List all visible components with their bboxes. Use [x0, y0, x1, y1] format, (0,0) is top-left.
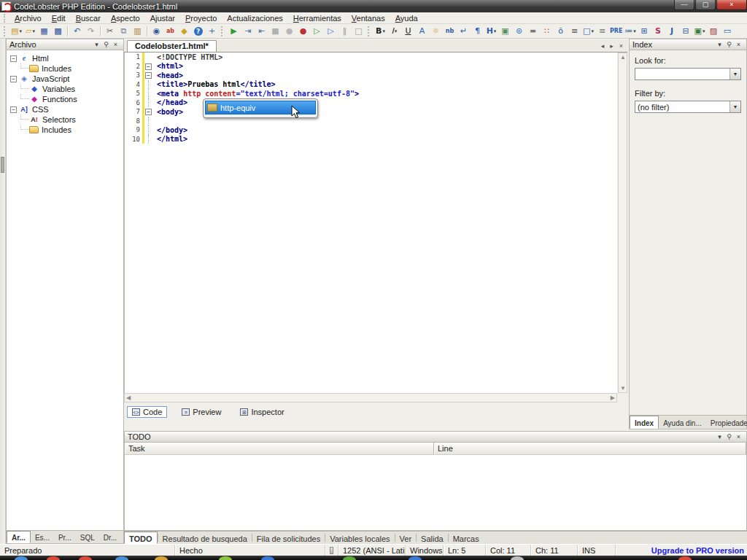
div-box-icon[interactable]: □▾ [582, 25, 595, 37]
taskbar-icon[interactable] [511, 556, 524, 560]
code-line[interactable]: 3−<head> [125, 71, 617, 80]
chevron-down-icon[interactable]: ▼ [729, 69, 740, 79]
column-header-task[interactable]: Task [125, 443, 434, 454]
taskbar-icon[interactable] [15, 556, 28, 560]
horizontal-scrollbar[interactable]: ◀ ▶ [124, 393, 617, 402]
insert-link-icon[interactable]: ⊚ [513, 25, 525, 37]
code-line[interactable]: 6</head> [125, 98, 617, 108]
align-lines-icon[interactable]: ≡ [568, 25, 581, 37]
menu-item-ajustar[interactable]: Ajustar [145, 13, 180, 23]
replace-icon[interactable]: ab [164, 25, 177, 37]
tab-scroll-left-icon[interactable]: ◂ [601, 42, 605, 50]
tree-item-html[interactable]: −eHtml [7, 53, 123, 63]
chevron-down-icon[interactable]: ▾ [591, 25, 594, 37]
step-into-icon[interactable]: ⇤ [255, 25, 268, 37]
chevron-down-icon[interactable]: ▾ [32, 25, 35, 37]
look-for-value[interactable] [635, 69, 729, 79]
paragraph-icon[interactable]: ¶ [471, 25, 484, 37]
pin-icon[interactable]: ⚲ [101, 41, 111, 48]
taskbar-icon[interactable] [219, 556, 232, 560]
tree-item-selectors[interactable]: A!Selectors [7, 114, 123, 125]
chevron-down-icon[interactable]: ▼ [729, 101, 740, 112]
copy-icon[interactable]: ⧉ [117, 25, 130, 37]
filter-value[interactable]: (no filter) [635, 101, 729, 112]
vertical-scrollbar[interactable]: ▲ ▼ [618, 52, 627, 393]
close-icon[interactable]: × [111, 41, 120, 48]
menu-item-ventanas[interactable]: Ventanas [347, 13, 390, 23]
undo-icon[interactable]: ↶ [71, 25, 83, 37]
italic-icon[interactable]: I▾ [388, 25, 400, 37]
bottom-tab-resultado-de-busqueda[interactable]: Resultado de busqueda [158, 532, 252, 544]
code-line[interactable]: 8 [125, 117, 617, 126]
column-header-line[interactable]: Line [434, 443, 746, 454]
open-file-icon[interactable]: ▱▾ [24, 25, 36, 37]
menu-item-edit[interactable]: Edit [47, 13, 71, 23]
align-top-icon[interactable]: ≡ [596, 25, 608, 37]
save-all-icon[interactable]: ▩ [52, 25, 64, 37]
chevron-down-icon[interactable]: ▾ [19, 25, 22, 37]
minimize-button[interactable]: — [674, 0, 694, 10]
windows-taskbar[interactable] [0, 556, 747, 560]
menu-item-actualizaciones[interactable]: Actualizaciones [222, 13, 287, 23]
fold-collapse-icon[interactable]: − [145, 63, 152, 70]
panel-tab-sql[interactable]: SQL [76, 531, 99, 543]
table-icon[interactable]: ⊞ [638, 25, 651, 37]
insert-image-icon[interactable]: ▣ [499, 25, 511, 37]
menu-item-buscar[interactable]: Buscar [71, 13, 106, 23]
record-icon[interactable]: ● [283, 25, 295, 37]
anchor-icon[interactable]: õ [554, 25, 567, 37]
pause-icon[interactable]: ‖ [338, 25, 351, 37]
look-for-combobox[interactable]: ▼ [635, 68, 741, 80]
panel-tab-propiedades[interactable]: Propiedades [706, 416, 747, 429]
taskbar-icon[interactable] [47, 556, 60, 560]
maximize-button[interactable]: ▢ [695, 0, 716, 10]
help-icon[interactable]: ? [192, 25, 204, 37]
tab-close-icon[interactable]: × [619, 42, 623, 50]
code-line[interactable]: 7−<body> [125, 107, 617, 117]
panel-menu-icon[interactable]: ▾ [715, 433, 724, 440]
embed-icon[interactable]: ▨ [708, 25, 720, 37]
panel-tab-pr[interactable]: Pr... [54, 531, 76, 543]
menu-item-proyecto[interactable]: Proyecto [180, 13, 222, 23]
textarea-icon[interactable]: ⊟ [680, 25, 692, 37]
fullscreen-icon[interactable]: + [206, 25, 218, 37]
panel-menu-icon[interactable]: ▾ [92, 41, 101, 48]
taskbar-icon[interactable] [155, 556, 168, 560]
view-tab-preview[interactable]: ≡Preview [177, 407, 225, 417]
chevron-down-icon[interactable]: ▾ [494, 25, 497, 37]
tab-scroll-right-icon[interactable]: ▸ [610, 42, 614, 50]
document-tab[interactable]: Codelobster1.html* [127, 40, 217, 52]
heading-icon[interactable]: H▾ [485, 25, 498, 37]
java-applet-icon[interactable]: J [666, 25, 678, 37]
find-icon[interactable]: ◉ [150, 25, 163, 37]
upgrade-to-pro-link[interactable]: Upgrade to PRO version [651, 545, 747, 556]
tree-item-functions[interactable]: ◆Functions [7, 94, 123, 104]
taskbar-icon[interactable] [343, 556, 356, 560]
list-icon[interactable]: ≔▾ [624, 25, 637, 37]
taskbar-icon[interactable] [261, 556, 274, 560]
fold-collapse-icon[interactable]: − [145, 109, 152, 115]
tree-expand-icon[interactable]: − [10, 76, 17, 82]
taskbar-icon[interactable] [409, 556, 422, 560]
chevron-down-icon[interactable]: ▾ [382, 25, 385, 37]
redo-icon[interactable]: ↷ [85, 25, 97, 37]
add-project-icon[interactable]: ◆ [178, 25, 190, 37]
tree-expand-icon[interactable]: − [10, 106, 17, 113]
scroll-up-icon[interactable]: ▲ [620, 54, 626, 61]
menu-item-ayuda[interactable]: Ayuda [390, 13, 423, 23]
pin-icon[interactable]: ⚲ [724, 41, 734, 48]
line-break-icon[interactable]: ↵ [457, 25, 470, 37]
close-icon[interactable]: × [734, 41, 743, 48]
code-line[interactable]: 4<title>Pruebas html</title> [125, 80, 617, 90]
scroll-left-icon[interactable]: ◀ [126, 394, 131, 401]
chevron-down-icon[interactable]: ▾ [395, 25, 398, 37]
panel-tab-es[interactable]: Es... [31, 531, 54, 543]
save-icon[interactable]: ▦ [38, 25, 50, 37]
tree-expand-icon[interactable]: − [10, 55, 17, 62]
step-over-icon[interactable]: ⇥ [241, 25, 254, 37]
code-line[interactable]: 10</html> [125, 135, 617, 144]
code-line[interactable]: 5<meta http content="text/html; charset=… [125, 89, 617, 98]
scroll-right-icon[interactable]: ▶ [611, 394, 615, 401]
close-button[interactable]: × [716, 0, 747, 10]
palette-icon[interactable]: ☼ [430, 25, 442, 37]
